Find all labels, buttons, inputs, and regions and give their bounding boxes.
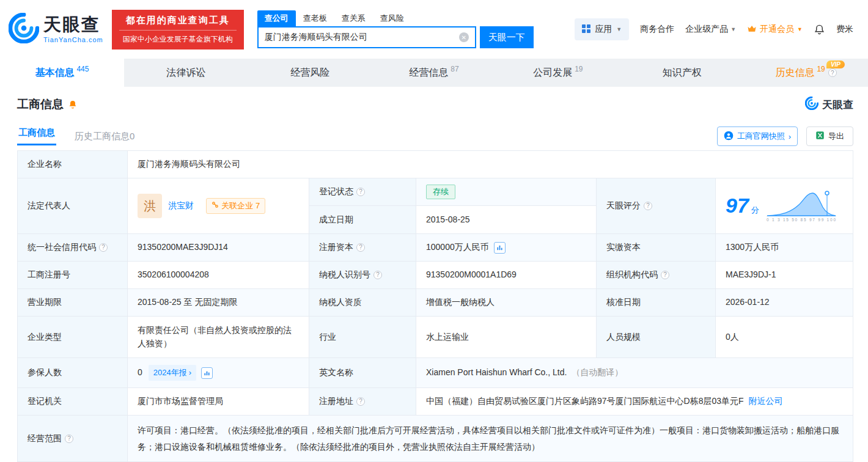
help-icon[interactable]: ? bbox=[661, 271, 669, 279]
table-row: 统一社会信用代码 ? 91350200MAE3J9DJ14 注册资本 ? 100… bbox=[18, 234, 853, 262]
field-value-address: 中国（福建）自由贸易试验区厦门片区象屿路97号厦门国际航运中心D栋8层03单元F… bbox=[416, 388, 853, 416]
help-icon[interactable]: ? bbox=[828, 68, 837, 77]
tab-basic-info[interactable]: 基本信息 445 bbox=[0, 59, 124, 87]
table-row: 工商注册号 350206100004208 纳税人识别号 ? 91350200M… bbox=[18, 262, 853, 289]
field-label-insured: 参保人数 bbox=[18, 358, 128, 388]
field-value-paid-capital: 1300万人民币 bbox=[716, 234, 853, 262]
field-value-approval-date: 2026-01-12 bbox=[716, 289, 853, 317]
help-icon[interactable]: ? bbox=[99, 243, 108, 252]
tab-legal-proceedings[interactable]: 法律诉讼 bbox=[124, 59, 248, 87]
section-header: 工商信息 天眼查 bbox=[0, 87, 868, 122]
section-watermark: 天眼查 bbox=[805, 97, 853, 113]
legal-rep-avatar[interactable]: 洪 bbox=[138, 194, 162, 218]
apps-menu[interactable]: 应用 ▼ bbox=[575, 18, 629, 40]
export-excel-icon bbox=[815, 131, 825, 142]
english-name: Xiamen Port Haishun Wharf Co., Ltd. bbox=[426, 366, 567, 380]
score-chart: 0 1 3 15 50 85 97 99 100 bbox=[765, 189, 837, 223]
export-button[interactable]: 导出 bbox=[806, 127, 853, 146]
help-icon[interactable]: ? bbox=[65, 435, 73, 443]
field-label-taxpayer-id: 纳税人识别号 ? bbox=[309, 262, 416, 289]
related-company-icon bbox=[211, 200, 219, 212]
tab-label: 经营风险 bbox=[290, 67, 329, 79]
field-label-established: 成立日期 bbox=[309, 206, 416, 233]
tab-count: 19 bbox=[575, 65, 583, 73]
field-label-score: 天眼评分 ? bbox=[597, 178, 716, 233]
field-value-reg-status: 存续 bbox=[416, 178, 596, 206]
field-value-english-name: Xiamen Port Haishun Wharf Co., Ltd. （自动翻… bbox=[416, 358, 853, 388]
help-icon[interactable]: ? bbox=[373, 271, 382, 279]
tianyancha-watermark-icon bbox=[805, 97, 818, 113]
tianyancha-logo-icon bbox=[9, 13, 39, 46]
org-code-label: 组织机构代码 bbox=[606, 268, 658, 282]
subtab-history-business-info[interactable]: 历史工商信息0 bbox=[75, 131, 134, 142]
field-label-company-type: 企业类型 bbox=[18, 317, 128, 358]
field-value-business-term: 2015-08-25 至 无固定期限 bbox=[128, 289, 309, 317]
nav-enterprise-products[interactable]: 企业级产品 ▼ bbox=[685, 24, 736, 35]
official-snapshot-button[interactable]: 工商官网快照 › bbox=[717, 127, 798, 146]
status-date-block: 登记状态 ? 存续 成立日期 2015-08-25 bbox=[309, 178, 597, 234]
field-value-reg-capital: 100000万人民币 bbox=[416, 234, 597, 262]
field-value-registry: 厦门市市场监督管理局 bbox=[128, 388, 309, 416]
legal-rep-name-link[interactable]: 洪宝财 bbox=[168, 199, 194, 213]
field-label-business-term: 营业期限 bbox=[18, 289, 128, 317]
subtab-business-info[interactable]: 工商信息 bbox=[17, 127, 56, 145]
score-block: 天眼评分 ? 97 分 0 1 3 15 bbox=[597, 178, 853, 234]
search-tab-boss[interactable]: 查老板 bbox=[296, 10, 334, 26]
field-value-industry: 水上运输业 bbox=[416, 317, 597, 358]
annual-report-tag[interactable]: 2024年报 › bbox=[149, 365, 196, 381]
tab-label: 法律诉讼 bbox=[166, 67, 205, 79]
snapshot-label: 工商官网快照 bbox=[737, 131, 785, 142]
help-icon[interactable]: ? bbox=[356, 243, 365, 252]
taxpayer-id-label: 纳税人识别号 bbox=[319, 268, 370, 282]
field-label-legal-rep: 法定代表人 bbox=[18, 178, 128, 234]
field-label-staff-size: 人员规模 bbox=[597, 317, 716, 358]
tab-count: 87 bbox=[451, 65, 458, 73]
help-icon[interactable]: ? bbox=[356, 397, 365, 406]
table-row: 法定代表人 洪 洪宝财 关联企业 7 登记状态 ? bbox=[18, 178, 853, 234]
nav-enterprise-label: 企业级产品 bbox=[685, 24, 728, 35]
tab-label: 经营信息 bbox=[409, 67, 448, 79]
chevron-down-icon: ▼ bbox=[797, 26, 803, 32]
credit-code-label: 统一社会信用代码 bbox=[28, 241, 96, 254]
search-tab-company[interactable]: 查公司 bbox=[257, 10, 296, 26]
open-vip-label: 开通会员 bbox=[760, 24, 794, 35]
tianyancha-logo[interactable]: 天眼查 TianYanCha.com bbox=[9, 13, 103, 46]
tab-company-development[interactable]: 公司发展 19 bbox=[496, 59, 620, 87]
tab-label: 知识产权 bbox=[663, 67, 702, 79]
field-label-industry: 行业 bbox=[309, 317, 416, 358]
field-label-taxpayer-quality: 纳税人资质 bbox=[309, 289, 416, 317]
tab-intellectual-property[interactable]: 知识产权 bbox=[620, 59, 744, 87]
help-icon[interactable]: ? bbox=[356, 188, 365, 196]
tab-operating-risk[interactable]: 经营风险 bbox=[248, 59, 372, 87]
search-tab-relation[interactable]: 查关系 bbox=[334, 10, 373, 26]
business-info-table: 企业名称 厦门港务海顺码头有限公司 法定代表人 洪 洪宝财 关联企业 7 bbox=[17, 150, 853, 462]
search-box: ✕ bbox=[257, 26, 476, 48]
table-row: 企业名称 厦门港务海顺码头有限公司 bbox=[18, 151, 853, 178]
insured-chart-icon[interactable] bbox=[201, 367, 213, 379]
nav-business-cooperation[interactable]: 商务合作 bbox=[640, 24, 674, 35]
tab-label: 历史信息 bbox=[775, 67, 814, 79]
search-button[interactable]: 天眼一下 bbox=[480, 26, 534, 48]
search-input[interactable] bbox=[259, 28, 475, 47]
address-text: 中国（福建）自由贸易试验区厦门片区象屿路97号厦门国际航运中心D栋8层03单元F bbox=[426, 395, 744, 408]
svg-text:0 1 3 15 50 85 97 99 100: 0 1 3 15 50 85 97 99 100 bbox=[767, 218, 836, 222]
reg-capital-value: 100000万人民币 bbox=[426, 241, 489, 254]
search-tab-risk[interactable]: 查风险 bbox=[373, 10, 411, 26]
help-icon[interactable]: ? bbox=[644, 202, 652, 210]
nearby-companies-link[interactable]: 附近公司 bbox=[749, 395, 783, 408]
slogan-line1: 都在用的商业查询工具 bbox=[119, 15, 237, 26]
tab-history-info[interactable]: 历史信息 19 ? VIP bbox=[744, 59, 868, 87]
notification-bell-icon[interactable] bbox=[814, 24, 825, 35]
score-number: 97 bbox=[726, 194, 749, 217]
clear-icon[interactable]: ✕ bbox=[459, 32, 469, 42]
chevron-down-icon: ▼ bbox=[730, 26, 736, 32]
capital-change-icon[interactable] bbox=[494, 242, 506, 254]
related-count: 7 bbox=[256, 200, 260, 212]
user-name[interactable]: 费米 bbox=[836, 24, 853, 35]
field-label-paid-capital: 实缴资本 bbox=[597, 234, 716, 262]
monitor-bell-icon[interactable] bbox=[68, 100, 78, 109]
nav-open-vip[interactable]: 开通会员 ▼ bbox=[747, 24, 803, 35]
related-companies-badge[interactable]: 关联企业 7 bbox=[206, 198, 265, 214]
field-value-score: 97 分 0 1 3 15 50 85 97 99 100 bbox=[716, 178, 853, 233]
tab-operating-info[interactable]: 经营信息 87 bbox=[372, 59, 496, 87]
